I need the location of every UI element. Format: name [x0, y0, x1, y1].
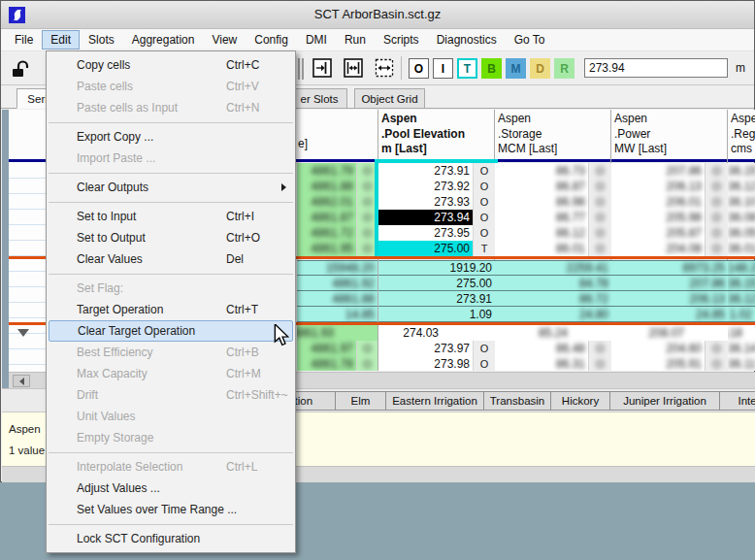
obscured-value-cell[interactable]: 36.12: [728, 291, 755, 307]
expand-range-button[interactable]: [372, 55, 397, 81]
obscured-value-cell[interactable]: 86.87: [495, 179, 588, 194]
menubar-item-dmi[interactable]: DMI: [297, 30, 336, 49]
value-cell[interactable]: 273.97: [378, 341, 473, 356]
obscured-value-cell[interactable]: 4861.88: [297, 179, 356, 194]
obscured-flag-cell[interactable]: O: [705, 241, 728, 256]
column-header-pool-elevation[interactable]: Aspen .Pool Elevation m [Last]: [381, 112, 494, 158]
obscured-flag-cell[interactable]: O: [705, 194, 728, 210]
menubar-item-run[interactable]: Run: [336, 30, 375, 49]
obscured-value-cell[interactable]: 36.11: [728, 356, 755, 371]
obscured-value-cell[interactable]: 206.01: [611, 194, 705, 210]
flag-button-b[interactable]: B: [481, 58, 502, 79]
obscured-value-cell[interactable]: 4861.87: [297, 210, 356, 225]
obscured-value-cell[interactable]: 4861.93: [297, 325, 378, 341]
menu-item-export-copy[interactable]: Export Copy ...: [47, 126, 295, 148]
obscured-value-cell[interactable]: 36.14: [728, 341, 755, 356]
obscured-value-cell[interactable]: 86.98: [495, 194, 588, 210]
scroll-to-selection-end-button[interactable]: [310, 55, 335, 81]
obscured-value-cell[interactable]: 207.86: [611, 276, 728, 291]
obscured-flag-cell[interactable]: O: [705, 179, 728, 194]
flag-cell[interactable]: O: [473, 210, 495, 225]
obscured-value-cell[interactable]: 85.24: [495, 325, 611, 341]
menu-item-copy-cells[interactable]: Copy cellsCtrl+C: [47, 54, 295, 76]
menu-item-clear-values[interactable]: Clear ValuesDel: [47, 248, 295, 270]
obscured-value-cell[interactable]: 14.85: [297, 307, 378, 322]
obscured-value-cell[interactable]: 4861.97: [297, 341, 356, 356]
obscured-value-cell[interactable]: 4861.78: [297, 356, 356, 371]
obscured-value-cell[interactable]: 205.87: [611, 225, 705, 241]
value-cell[interactable]: 275.00: [378, 241, 473, 256]
menubar-item-file[interactable]: File: [6, 30, 42, 49]
obscured-flag-cell[interactable]: O: [588, 210, 611, 225]
obscured-flag-cell[interactable]: O: [356, 356, 378, 371]
menu-item-clear-target-operation[interactable]: Clear Target Operation: [49, 320, 293, 342]
object-tab-eastern-irrigation[interactable]: Eastern Irrigation: [385, 391, 484, 411]
obscured-value-cell[interactable]: 36.15: [728, 163, 755, 179]
flag-cell[interactable]: O: [473, 225, 495, 241]
fit-column-width-button[interactable]: [341, 55, 366, 81]
cell-value-input[interactable]: [584, 58, 728, 78]
obscured-value-cell[interactable]: 86.77: [495, 210, 588, 225]
object-tab-transbasin[interactable]: Transbasin: [483, 391, 551, 411]
obscured-value-cell[interactable]: 208.07: [611, 325, 728, 341]
obscured-value-cell[interactable]: 206.13: [611, 291, 728, 307]
obscured-value-cell[interactable]: 36.01: [728, 241, 755, 256]
flag-cell[interactable]: O: [473, 179, 495, 194]
menu-item-target-operation[interactable]: Target OperationCtrl+T: [47, 299, 295, 320]
value-cell[interactable]: 273.93: [378, 194, 473, 210]
value-cell[interactable]: 273.91: [378, 163, 473, 179]
obscured-value-cell[interactable]: 8973.25: [611, 260, 728, 276]
menu-item-set-values-over-time-range[interactable]: Set Values over Time Range ...: [47, 499, 295, 520]
obscured-value-cell[interactable]: 36.10: [728, 194, 755, 210]
summary-value-cell[interactable]: 1919.20: [378, 260, 495, 276]
obscured-value-cell[interactable]: 4861.72: [297, 225, 356, 241]
obscured-flag-cell[interactable]: O: [588, 163, 611, 179]
obscured-value-cell[interactable]: 204.08: [611, 241, 705, 256]
menubar-item-diagnostics[interactable]: Diagnostics: [428, 30, 506, 49]
column-header-storage[interactable]: Aspen .Storage MCM [Last]: [498, 112, 610, 158]
obscured-value-cell[interactable]: 4861.95: [297, 241, 356, 256]
summary-value-cell[interactable]: 275.00: [378, 276, 495, 291]
obscured-value-cell[interactable]: 84.78: [495, 276, 611, 291]
object-tab-hickory[interactable]: Hickory: [550, 391, 610, 411]
obscured-flag-cell[interactable]: O: [705, 341, 728, 356]
obscured-value-cell[interactable]: 2259.41: [495, 260, 611, 276]
object-tab-inter[interactable]: Inter: [719, 391, 755, 411]
menubar-item-scripts[interactable]: Scripts: [375, 30, 428, 49]
flag-cell[interactable]: T: [473, 241, 495, 256]
obscured-value-cell[interactable]: 86.73: [495, 163, 588, 179]
collapse-row-arrow-icon[interactable]: [17, 329, 29, 337]
scroll-left-button[interactable]: [13, 375, 30, 387]
obscured-flag-cell[interactable]: O: [705, 163, 728, 179]
menubar-item-edit[interactable]: Edit: [42, 30, 80, 49]
menu-item-adjust-values[interactable]: Adjust Values ...: [47, 478, 295, 499]
menu-item-lock-sct-configuration[interactable]: Lock SCT Configuration: [47, 528, 295, 549]
obscured-flag-cell[interactable]: O: [588, 225, 611, 241]
flag-button-d[interactable]: D: [530, 58, 550, 79]
obscured-value-cell[interactable]: 207.86: [611, 163, 705, 179]
obscured-value-cell[interactable]: 4861.79: [297, 163, 356, 179]
obscured-flag-cell[interactable]: O: [588, 341, 611, 356]
obscured-value-cell[interactable]: 15948.20: [297, 260, 378, 276]
obscured-value-cell[interactable]: 86.72: [495, 291, 611, 307]
obscured-value-cell[interactable]: 1.02: [728, 307, 755, 322]
obscured-flag-cell[interactable]: O: [705, 225, 728, 241]
menu-item-set-to-output[interactable]: Set to OutputCtrl+O: [47, 227, 295, 248]
menu-item-clear-outputs[interactable]: Clear Outputs: [47, 177, 295, 198]
flag-button-i[interactable]: I: [433, 58, 453, 79]
obscured-flag-cell[interactable]: O: [588, 241, 611, 256]
flag-cell[interactable]: O: [473, 194, 495, 210]
object-tab-juniper-irrigation[interactable]: Juniper Irrigation: [609, 391, 720, 411]
obscured-value-cell[interactable]: 24.85: [611, 307, 728, 322]
obscured-value-cell[interactable]: 206.13: [611, 179, 705, 194]
obscured-value-cell[interactable]: 204.60: [611, 341, 705, 356]
obscured-value-cell[interactable]: 205.91: [611, 356, 705, 371]
obscured-flag-cell[interactable]: O: [705, 356, 728, 371]
summary-value-cell[interactable]: 273.91: [378, 291, 495, 307]
obscured-flag-cell[interactable]: O: [588, 179, 611, 194]
object-tab-elm[interactable]: Elm: [335, 391, 386, 411]
tab-object-grid[interactable]: Object Grid: [354, 88, 425, 109]
flag-cell[interactable]: O: [473, 341, 495, 356]
menubar-item-slots[interactable]: Slots: [80, 30, 123, 49]
value-cell[interactable]: 273.95: [378, 225, 473, 241]
